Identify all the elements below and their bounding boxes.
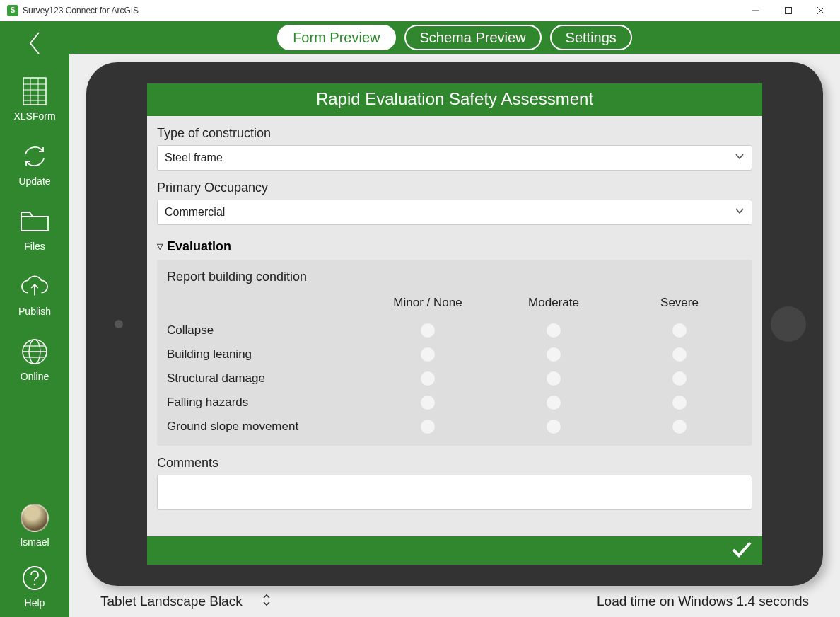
chevron-down-icon bbox=[735, 151, 745, 164]
row-label: Building leaning bbox=[167, 347, 365, 362]
toolbar: Form Preview Schema Preview Settings bbox=[69, 21, 840, 54]
window-titlebar: S Survey123 Connect for ArcGIS bbox=[0, 0, 840, 21]
section-header-evaluation[interactable]: ▽ Evaluation bbox=[157, 239, 752, 254]
sidebar-item-update[interactable]: Update bbox=[18, 142, 50, 187]
radio-option[interactable] bbox=[421, 347, 435, 362]
load-time-text: Load time on Windows 1.4 seconds bbox=[597, 594, 809, 609]
sidebar-item-label: Online bbox=[21, 371, 49, 382]
tab-schema-preview[interactable]: Schema Preview bbox=[404, 25, 542, 50]
radio-option[interactable] bbox=[547, 347, 561, 362]
globe-icon bbox=[20, 337, 49, 367]
radio-option[interactable] bbox=[547, 396, 561, 410]
evaluation-row: Collapse bbox=[167, 318, 742, 342]
section-title: Evaluation bbox=[167, 239, 231, 254]
evaluation-header-row: Minor / None Moderate Severe bbox=[167, 296, 742, 318]
help-icon bbox=[20, 563, 49, 593]
device-selector[interactable]: Tablet Landscape Black bbox=[100, 594, 271, 610]
field-label-type-construction: Type of construction bbox=[157, 126, 752, 141]
radio-option[interactable] bbox=[421, 323, 435, 338]
sort-icon bbox=[262, 594, 271, 610]
row-label: Ground slope movement bbox=[167, 420, 365, 434]
comments-textarea[interactable] bbox=[157, 475, 752, 510]
field-label-primary-occupancy: Primary Occupancy bbox=[157, 180, 752, 195]
device-name: Tablet Landscape Black bbox=[100, 594, 243, 609]
form-title: Rapid Evaluation Safety Assessment bbox=[147, 83, 762, 116]
chevron-down-icon bbox=[735, 206, 745, 219]
sidebar-item-help[interactable]: Help bbox=[20, 563, 49, 609]
svg-point-17 bbox=[23, 567, 46, 589]
submit-button[interactable] bbox=[731, 541, 752, 560]
cloud-upload-icon bbox=[20, 272, 49, 301]
col-header: Severe bbox=[617, 296, 742, 318]
window-maximize-button[interactable] bbox=[772, 0, 805, 21]
evaluation-row: Falling hazards bbox=[167, 391, 742, 415]
folder-icon bbox=[20, 207, 49, 236]
evaluation-subtitle: Report building condition bbox=[167, 270, 742, 284]
radio-option[interactable] bbox=[672, 347, 687, 362]
evaluation-row: Structural damage bbox=[167, 367, 742, 391]
spreadsheet-icon bbox=[20, 76, 49, 106]
refresh-icon bbox=[20, 142, 49, 171]
window-minimize-button[interactable] bbox=[740, 0, 772, 21]
app-icon: S bbox=[7, 5, 18, 16]
tablet-frame: Rapid Evaluation Safety Assessment Type … bbox=[86, 62, 823, 586]
tab-form-preview[interactable]: Form Preview bbox=[277, 25, 395, 50]
sidebar-item-user[interactable]: Ismael bbox=[20, 504, 49, 548]
form-preview-screen: Rapid Evaluation Safety Assessment Type … bbox=[147, 83, 762, 565]
sidebar-item-label: XLSForm bbox=[13, 110, 55, 122]
sidebar-item-online[interactable]: Online bbox=[20, 337, 49, 382]
tab-settings[interactable]: Settings bbox=[550, 25, 632, 50]
radio-option[interactable] bbox=[421, 396, 435, 410]
user-name: Ismael bbox=[20, 536, 49, 548]
select-primary-occupancy[interactable]: Commercial bbox=[157, 200, 752, 225]
avatar bbox=[21, 504, 49, 532]
select-type-construction[interactable]: Steel frame bbox=[157, 145, 752, 171]
evaluation-panel: Report building condition Minor / None M… bbox=[157, 260, 752, 446]
sidebar-item-xlsform[interactable]: XLSForm bbox=[13, 76, 55, 122]
tablet-camera-icon bbox=[115, 320, 123, 328]
radio-option[interactable] bbox=[672, 371, 687, 386]
radio-option[interactable] bbox=[421, 371, 435, 386]
select-value: Steel frame bbox=[165, 151, 223, 164]
sidebar-item-label: Files bbox=[24, 241, 45, 252]
sidebar-item-label: Help bbox=[25, 597, 45, 609]
window-title: Survey123 Connect for ArcGIS bbox=[23, 6, 139, 16]
statusbar: Tablet Landscape Black Load time on Wind… bbox=[86, 586, 823, 617]
radio-option[interactable] bbox=[547, 323, 561, 338]
row-label: Collapse bbox=[167, 323, 365, 338]
radio-option[interactable] bbox=[547, 371, 561, 386]
col-header: Moderate bbox=[491, 296, 617, 318]
evaluation-row: Ground slope movement bbox=[167, 415, 742, 439]
sidebar-item-label: Publish bbox=[18, 306, 51, 317]
preview-area: Rapid Evaluation Safety Assessment Type … bbox=[69, 54, 840, 617]
row-label: Falling hazards bbox=[167, 396, 365, 410]
col-header: Minor / None bbox=[365, 296, 491, 318]
radio-option[interactable] bbox=[672, 323, 687, 338]
radio-option[interactable] bbox=[421, 420, 435, 434]
form-footer bbox=[147, 536, 762, 565]
chevron-left-icon bbox=[28, 31, 42, 55]
tablet-home-button bbox=[771, 306, 806, 342]
radio-option[interactable] bbox=[547, 420, 561, 434]
back-button[interactable] bbox=[0, 25, 69, 61]
collapse-triangle-icon: ▽ bbox=[157, 242, 163, 251]
row-label: Structural damage bbox=[167, 371, 365, 386]
svg-point-18 bbox=[34, 584, 36, 586]
field-label-comments: Comments bbox=[157, 456, 752, 471]
evaluation-row: Building leaning bbox=[167, 342, 742, 367]
svg-rect-1 bbox=[786, 7, 792, 13]
sidebar-item-publish[interactable]: Publish bbox=[18, 272, 51, 317]
radio-option[interactable] bbox=[672, 396, 687, 410]
sidebar: XLSForm Update Files Publish Online bbox=[0, 21, 69, 617]
sidebar-item-label: Update bbox=[18, 175, 50, 187]
select-value: Commercial bbox=[165, 206, 225, 219]
sidebar-item-files[interactable]: Files bbox=[20, 207, 49, 252]
radio-option[interactable] bbox=[672, 420, 687, 434]
window-close-button[interactable] bbox=[805, 0, 837, 21]
